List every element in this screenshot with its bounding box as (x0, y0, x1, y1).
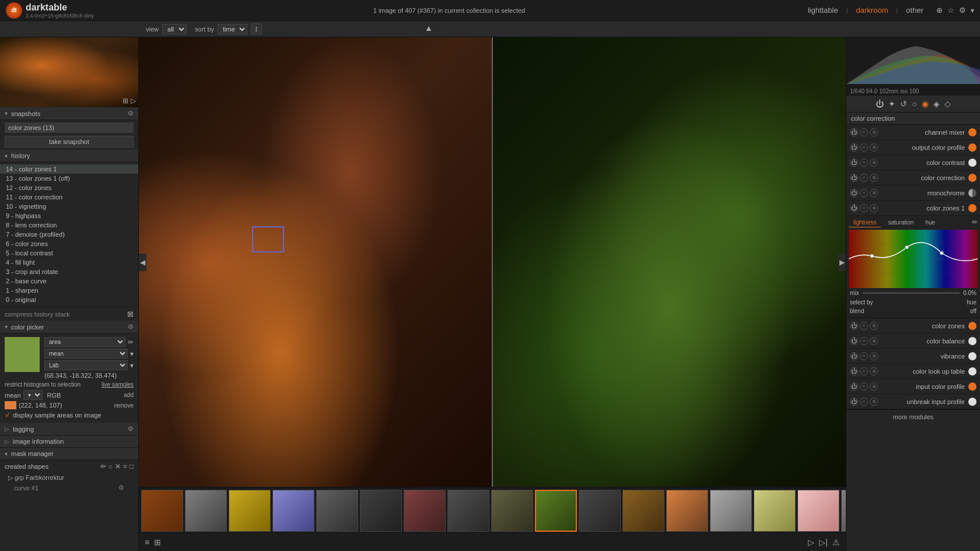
module-eq-btn[interactable]: = (860, 337, 868, 345)
shape-path-icon[interactable]: ⌗ (123, 462, 127, 471)
mod-power-icon[interactable]: ⏻ (876, 99, 884, 108)
module-name[interactable]: unbreak input profile (878, 398, 968, 405)
filmstrip-thumb[interactable] (316, 490, 358, 532)
left-collapse-arrow[interactable]: ◀ (139, 254, 146, 271)
history-item[interactable]: 0 - original (0, 295, 138, 304)
cz-tab-hue[interactable]: hue (921, 218, 940, 227)
cp-live-samples-btn[interactable]: live samples (102, 381, 134, 388)
module-copy-btn[interactable]: ⧉ (870, 189, 878, 197)
module-power-btn[interactable]: ⏻ (850, 382, 858, 391)
module-power-btn[interactable]: ⏻ (850, 174, 858, 182)
mod-refresh-icon[interactable]: ↺ (900, 99, 907, 108)
module-power-btn[interactable]: ⏻ (850, 204, 858, 212)
history-item[interactable]: 1 - sharpen (0, 286, 138, 295)
filmstrip-thumb[interactable] (360, 490, 402, 532)
cz-blend-val[interactable]: off (970, 308, 977, 314)
module-name[interactable]: color look up table (878, 368, 968, 375)
nav-other[interactable]: other (902, 5, 927, 16)
color-picker-header[interactable]: ▾ color picker ⚙ (0, 321, 138, 334)
remove-btn[interactable]: remove (114, 402, 134, 409)
module-name[interactable]: monochrome (878, 189, 968, 196)
compress-icon[interactable]: ⊠ (127, 310, 134, 318)
mean-select[interactable]: ▾ (23, 390, 43, 400)
filmstrip-thumb[interactable] (141, 490, 183, 532)
history-item[interactable]: 2 - base curve (0, 276, 138, 286)
shape-circle-icon[interactable]: ○ (108, 462, 113, 471)
module-name[interactable]: vibrance (878, 353, 968, 360)
module-power-btn[interactable]: ⏻ (850, 398, 858, 406)
grp-sub-gear[interactable]: ⚙ (118, 484, 124, 492)
history-item[interactable]: 3 - crop and rotate (0, 267, 138, 276)
filmstrip-thumb[interactable] (272, 490, 314, 532)
module-eq-btn[interactable]: = (860, 143, 868, 152)
module-copy-btn[interactable]: ⧉ (870, 143, 878, 152)
filmstrip-play-btn[interactable]: ▷ (808, 538, 814, 547)
history-item[interactable]: 9 - highpass (0, 211, 138, 220)
module-eq-btn[interactable]: = (860, 159, 868, 167)
nav-lighttable[interactable]: lighttable (804, 5, 842, 16)
cz-tab-saturation[interactable]: saturation (883, 218, 918, 227)
module-copy-btn[interactable]: ⧉ (870, 398, 878, 406)
mod-fx-icon[interactable]: ◇ (944, 99, 951, 108)
tagging-header[interactable]: ▷ tagging ⚙ (0, 423, 138, 436)
cz-tab-lightness[interactable]: lightness (849, 218, 881, 227)
module-name[interactable]: color balance (878, 338, 968, 345)
top-collapse-arrow[interactable]: ▲ (425, 23, 433, 33)
mod-adjust-icon[interactable]: ◈ (933, 99, 940, 108)
module-name[interactable]: channel mixer (878, 129, 968, 136)
nav-icon-3[interactable]: ⚙ (959, 6, 966, 15)
module-copy-btn[interactable]: ⧉ (870, 159, 878, 167)
grp-item[interactable]: ▷ grp Farbkorrektur (5, 473, 134, 483)
module-copy-btn[interactable]: ⧉ (870, 174, 878, 182)
module-eq-btn[interactable]: = (860, 128, 868, 136)
filmstrip-thumb[interactable] (535, 490, 577, 532)
nav-icon-1[interactable]: ⊕ (936, 6, 943, 15)
history-item[interactable]: 5 - local contrast (0, 248, 138, 258)
module-copy-btn[interactable]: ⧉ (870, 204, 878, 212)
thumb-ctrl-2[interactable]: ▷ (131, 97, 136, 105)
module-name[interactable]: color zones 1 (878, 205, 968, 212)
module-name[interactable]: output color profile (878, 144, 968, 151)
shape-pencil-icon[interactable]: ✏ (100, 462, 106, 471)
module-copy-btn[interactable]: ⧉ (870, 367, 878, 375)
filmstrip-thumb[interactable] (622, 490, 664, 532)
filmstrip-thumb[interactable] (229, 490, 271, 532)
filmstrip-thumb[interactable] (797, 490, 839, 532)
nav-darkroom[interactable]: darkroom (853, 5, 892, 16)
cz-select-val[interactable]: hue (967, 299, 977, 306)
cz-mix-slider[interactable] (863, 292, 960, 294)
cp-lab-arrow[interactable]: ▾ (130, 362, 134, 370)
module-power-btn[interactable]: ⏻ (850, 159, 858, 167)
module-eq-btn[interactable]: = (860, 204, 868, 212)
snapshots-gear[interactable]: ⚙ (128, 110, 134, 117)
filmstrip-skip-btn[interactable]: ▷| (819, 538, 828, 547)
history-item[interactable]: 14 - color zones 1 (0, 164, 138, 174)
shape-rect-icon[interactable]: □ (130, 462, 134, 471)
module-power-btn[interactable]: ⏻ (850, 337, 858, 345)
module-name[interactable]: color correction (878, 174, 968, 181)
module-eq-btn[interactable]: = (860, 382, 868, 391)
sort-select[interactable]: time (218, 24, 247, 34)
module-eq-btn[interactable]: = (860, 367, 868, 375)
filmstrip-thumb[interactable] (491, 490, 533, 532)
module-power-btn[interactable]: ⏻ (850, 189, 858, 197)
snapshots-header[interactable]: ▾ snapshots ⚙ (0, 107, 138, 120)
more-modules-row[interactable]: more modules (846, 409, 980, 424)
cp-mean-arrow[interactable]: ▾ (130, 350, 134, 358)
module-name[interactable]: color zones (878, 322, 968, 329)
history-item[interactable]: 13 - color zones 1 (off) (0, 174, 138, 183)
mod-preset-icon[interactable]: ✦ (888, 99, 895, 108)
mask-manager-header[interactable]: ▾ mask manager (0, 448, 138, 460)
take-snapshot-btn[interactable]: take snapshot (5, 136, 134, 148)
history-item[interactable]: 11 - color correction (0, 192, 138, 202)
filmstrip-thumb[interactable] (404, 490, 446, 532)
cz-edit-btn[interactable]: ✏ (972, 218, 978, 227)
module-copy-btn[interactable]: ⧉ (870, 352, 878, 360)
nav-icon-2[interactable]: ☆ (947, 6, 954, 15)
filmstrip-icon-2[interactable]: ⊞ (154, 538, 161, 547)
thumb-ctrl-1[interactable]: ⊞ (123, 97, 128, 105)
display-checkbox[interactable]: ✓ (5, 411, 10, 419)
snapshot-item[interactable]: color zones (13) (5, 122, 134, 133)
module-eq-btn[interactable]: = (860, 189, 868, 197)
mod-color-icon[interactable]: ◉ (922, 99, 929, 108)
